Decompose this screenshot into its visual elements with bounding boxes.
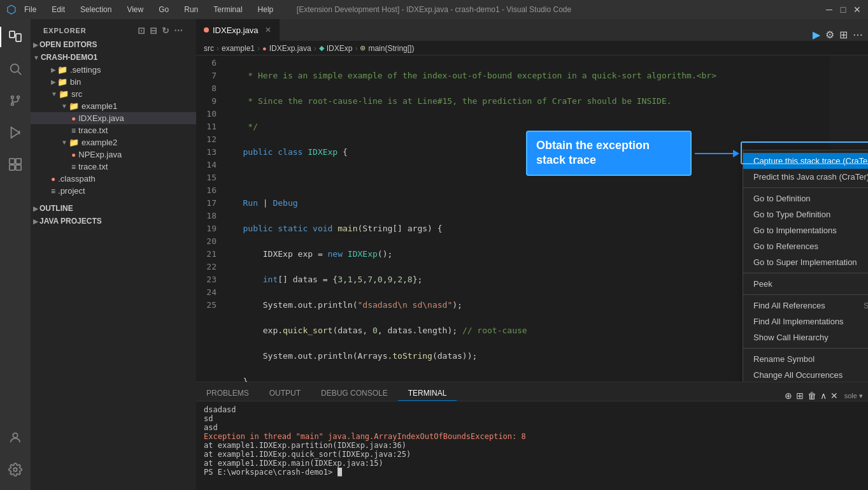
open-editors-section[interactable]: ▶ OPEN EDITORS [31,38,196,51]
tree-item-settings[interactable]: ▶ 📁 .settings [31,64,196,76]
tree-item-bin[interactable]: ▶ 📁 bin [31,76,196,88]
ctx-show-call-hierarchy[interactable]: Show Call Hierarchy Shift+Alt+H [743,329,868,345]
code-line-18: } [228,375,830,382]
title-bar: ⬡ File Edit Selection View Go Run Termin… [0,0,868,19]
refresh-icon[interactable]: ↻ [162,25,170,36]
ctx-find-all-impl[interactable]: Find All Implementations [743,313,868,329]
ctx-predict-crash[interactable]: Predict this Java crash (CraTer) [743,169,868,185]
project-section[interactable]: ▼ CRASH-DEMO1 [31,51,196,64]
ctx-go-to-super[interactable]: Go to Super Implementation [743,254,868,270]
java-projects-label: JAVA PROJECTS [39,217,102,226]
project-chevron: ▼ [33,54,39,61]
breadcrumb-example1[interactable]: example1 [222,44,255,53]
ctx-sep-3 [743,294,868,295]
tree-item-trace2[interactable]: ≡ trace.txt [31,161,196,173]
activity-explorer[interactable] [0,22,31,52]
menu-edit[interactable]: Edit [49,4,68,15]
minimize-button[interactable]: ─ [825,5,834,14]
activity-account[interactable] [0,422,31,453]
tab-debug-console[interactable]: DEBUG CONSOLE [311,386,398,401]
split-editor-icon[interactable]: ⊞ [839,29,848,41]
item-label: NPExp.java [78,150,122,159]
tree-item-project[interactable]: ≡ .project [31,185,196,197]
ctx-item-label: Go to Super Implementation [753,257,857,267]
menu-go[interactable]: Go [156,4,171,15]
ctx-find-all-refs[interactable]: Find All References Shift+Alt+F12 [743,298,868,313]
terminal-split-icon[interactable]: ⊞ [796,391,804,401]
tree-item-trace1[interactable]: ≡ trace.txt [31,124,196,136]
breadcrumb-idxexp-java[interactable]: IDXExp.java [269,44,311,53]
error-dot: ● [51,175,55,184]
new-folder-icon[interactable]: ⊟ [150,25,158,36]
menu-help[interactable]: Help [255,4,276,15]
tree-item-classpath[interactable]: ● .classpath [31,173,196,185]
svg-point-14 [13,468,17,472]
ctx-go-to-type-def[interactable]: Go to Type Definition [743,206,868,222]
activity-settings[interactable] [0,454,31,485]
folder-icon: 📁 [57,65,68,75]
folder-icon: 📁 [69,138,79,147]
project-label: CRASH-DEMO1 [41,53,97,62]
new-file-icon[interactable]: ⊡ [138,25,146,36]
activity-run[interactable] [0,117,31,148]
tab-close-button[interactable]: ✕ [265,25,271,34]
tree-item-example1[interactable]: ▼ 📁 example1 [31,100,196,112]
folder-icon: 📁 [57,77,68,87]
arrow-head [733,150,739,157]
tree-item-idxexp[interactable]: ● IDXExp.java [31,112,196,124]
breadcrumb-src[interactable]: src [204,44,214,53]
terminal-trash-icon[interactable]: 🗑 [808,391,816,401]
tree-item-npexp[interactable]: ● NPExp.java [31,148,196,161]
file-icon: ≡ [51,187,55,196]
terminal-line-2: sd [204,414,860,423]
run-icon[interactable]: ▶ [813,29,820,41]
activity-bar-bottom [0,422,31,490]
outline-section[interactable]: ▶ OUTLINE [31,202,196,215]
ctx-item-label: Peek [753,279,772,289]
ctx-go-to-impl[interactable]: Go to Implementations Ctrl+F12 [743,222,868,238]
java-projects-section[interactable]: ▶ JAVA PROJECTS [31,215,196,227]
item-label: .classpath [58,174,96,184]
ctx-capture-stack-trace[interactable]: Capture this stack trace (CraTer) [743,153,868,169]
menu-run[interactable]: Run [181,4,201,15]
terminal-selector[interactable]: sole ▾ [844,392,863,400]
window-controls[interactable]: ─ □ ✕ [825,5,862,14]
terminal-new-icon[interactable]: ⊕ [785,391,792,401]
tab-idxexp[interactable]: IDXExp.java ✕ [196,19,280,41]
code-content[interactable]: * Here is an simple example of the index… [222,55,830,382]
menu-selection[interactable]: Selection [78,4,114,15]
ctx-rename-symbol[interactable]: Rename Symbol F2 [743,351,868,367]
code-line-7: * Since the root-cause-line is at Line#1… [228,95,830,108]
panel-up-icon[interactable]: ∧ [820,391,827,401]
tree-item-src[interactable]: ▼ 📁 src [31,88,196,100]
breadcrumb-idxexp-class[interactable]: IDXExp [327,44,353,53]
more-actions-icon[interactable]: ⋯ [853,29,863,41]
collapse-all-icon[interactable]: ⋯ [174,25,183,36]
code-line-14: int[] datas = {3,1,5,7,0,9,2,8}; [228,273,830,286]
terminal-content[interactable]: dsadasd sd asd Exception in thread "main… [196,401,868,490]
activity-extensions[interactable] [0,149,31,180]
window-title: [Extension Development Host] - IDXExp.ja… [297,5,571,14]
tree-item-example2[interactable]: ▼ 📁 example2 [31,136,196,148]
ctx-go-to-refs[interactable]: Go to References Shift+F12 [743,238,868,254]
code-editor[interactable]: 678910 1112131415 1617181920 2122232425 … [196,55,830,382]
panel-close-icon[interactable]: ✕ [830,391,838,401]
maximize-button[interactable]: □ [839,5,848,14]
ctx-go-to-def[interactable]: Go to Definition F12 [743,191,868,206]
ctx-peek[interactable]: Peek ▶ [743,276,868,292]
sidebar: EXPLORER ⊡ ⊟ ↻ ⋯ ▶ OPEN EDITORS ▼ CRASH-… [31,19,196,490]
menu-bar[interactable]: File Edit Selection View Go Run Terminal… [22,4,276,15]
context-menu: Capture this stack trace (CraTer) Predic… [743,150,868,382]
menu-file[interactable]: File [22,4,39,15]
tab-terminal[interactable]: TERMINAL [398,386,457,401]
breadcrumb-main-method[interactable]: main(String[]) [368,44,414,53]
menu-view[interactable]: View [124,4,146,15]
tab-output[interactable]: OUTPUT [259,386,311,401]
menu-terminal[interactable]: Terminal [211,4,245,15]
ctx-change-all-occurrences[interactable]: Change All Occurrences Ctrl+F2 [743,367,868,382]
activity-search[interactable] [0,54,31,84]
tab-problems[interactable]: PROBLEMS [196,386,259,401]
debug-run-icon[interactable]: ⚙ [825,29,834,41]
activity-source-control[interactable] [0,85,31,116]
close-button[interactable]: ✕ [853,5,862,14]
